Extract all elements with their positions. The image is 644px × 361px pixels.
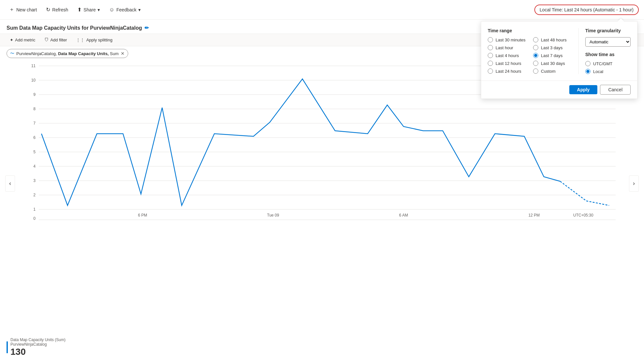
toolbar-left: ＋ New chart ↻ Refresh ⬆ Share ▾ ☺ Feedba… (5, 4, 145, 15)
svg-text:0: 0 (33, 216, 36, 220)
share-button[interactable]: ⬆ Share ▾ (73, 5, 104, 15)
time-range-button[interactable]: Local Time: Last 24 hours (Automatic - 1… (534, 5, 639, 15)
add-metric-button[interactable]: ✦ Add metric (7, 36, 38, 44)
legend-item: Data Map Capacity Units (Sum) PurviewNin… (7, 338, 637, 357)
label-last30days: Last 30 days (541, 61, 565, 66)
radio-item-last30days: Last 30 days (533, 61, 572, 66)
radio-item-last7days: Last 7 days (533, 53, 572, 58)
svg-text:8: 8 (33, 107, 36, 111)
feedback-chevron-icon: ▾ (138, 7, 141, 12)
share-chevron-icon: ▾ (98, 7, 100, 12)
legend-value: 130 (10, 347, 66, 357)
legend-title: Data Map Capacity Units (Sum) (10, 338, 66, 342)
filter-icon: ⛉ (44, 38, 49, 42)
radio-local[interactable] (585, 69, 590, 74)
radio-item-last12h: Last 12 hours (488, 61, 527, 66)
radio-lasthour[interactable] (488, 45, 493, 50)
share-icon: ⬆ (77, 7, 82, 13)
granularity-title: Time granularity (585, 28, 631, 33)
legend-subtitle: PurviewNinjaCatalog (10, 342, 66, 347)
panel-content: Time range Last 30 minutes Last 48 hours… (481, 22, 637, 81)
radio-last30min[interactable] (488, 37, 493, 42)
add-filter-label: Add filter (50, 38, 67, 42)
panel-arrow (618, 18, 624, 22)
legend-color (7, 341, 8, 353)
label-utcgmt: UTC/GMT (593, 61, 612, 66)
add-metric-label: Add metric (15, 38, 35, 42)
feedback-icon: ☺ (109, 7, 114, 13)
add-filter-button[interactable]: ⛉ Add filter (41, 36, 70, 44)
apply-splitting-label: Apply splitting (86, 38, 112, 42)
time-range-title: Time range (488, 28, 572, 33)
chart-title: Sum Data Map Capacity Units for PurviewN… (7, 25, 142, 31)
chart-nav-right[interactable]: › (629, 175, 639, 192)
refresh-button[interactable]: ↻ Refresh (42, 5, 72, 15)
chart-nav-left[interactable]: ‹ (5, 175, 15, 192)
radio-last3days[interactable] (533, 45, 538, 50)
radio-item-utc: UTC/GMT (585, 61, 631, 66)
radio-item-lasthour: Last hour (488, 45, 527, 50)
apply-button[interactable]: Apply (569, 85, 598, 94)
edit-icon[interactable]: ✏ (145, 25, 149, 31)
new-chart-button[interactable]: ＋ New chart (5, 4, 41, 15)
metric-tag-close[interactable]: ✕ (121, 51, 125, 56)
svg-text:9: 9 (33, 92, 36, 97)
radio-custom[interactable] (533, 68, 538, 74)
metric-tag: 〜 PurviewNinjaCatalog, Data Map Capacity… (7, 49, 128, 58)
label-last4hours: Last 4 hours (496, 53, 519, 58)
label-last48hours: Last 48 hours (541, 38, 567, 42)
radio-last7days[interactable] (533, 53, 538, 58)
cancel-button[interactable]: Cancel (600, 85, 631, 95)
label-last12hours: Last 12 hours (496, 61, 521, 66)
radio-item-last24h: Last 24 hours (488, 68, 527, 74)
label-last3days: Last 3 days (541, 45, 563, 50)
radio-last48hours[interactable] (533, 37, 538, 42)
svg-text:6 PM: 6 PM (138, 213, 147, 218)
svg-text:1: 1 (33, 207, 36, 212)
radio-item-last3days: Last 3 days (533, 45, 572, 50)
svg-text:10: 10 (31, 78, 36, 83)
radio-last12hours[interactable] (488, 61, 493, 66)
radio-last30days[interactable] (533, 61, 538, 66)
main-toolbar: ＋ New chart ↻ Refresh ⬆ Share ▾ ☺ Feedba… (0, 0, 644, 20)
svg-text:6 AM: 6 AM (399, 213, 408, 218)
time-range-section: Time range Last 30 minutes Last 48 hours… (488, 28, 572, 74)
legend-info: Data Map Capacity Units (Sum) PurviewNin… (10, 338, 66, 357)
time-range-panel: Time range Last 30 minutes Last 48 hours… (481, 21, 637, 99)
label-local: Local (593, 69, 603, 74)
add-metric-icon: ✦ (10, 38, 13, 42)
label-custom: Custom (541, 69, 556, 74)
radio-item-last30min: Last 30 minutes (488, 37, 527, 42)
time-range-label: Local Time: Last 24 hours (Automatic - 1… (540, 7, 634, 12)
radio-item-last4h: Last 4 hours (488, 53, 527, 58)
radio-item-last48h: Last 48 hours (533, 37, 572, 42)
splitting-icon: ⋮⋮ (76, 38, 84, 42)
svg-text:5: 5 (33, 150, 36, 154)
plus-icon: ＋ (9, 6, 14, 13)
feedback-button[interactable]: ☺ Feedback ▾ (105, 5, 145, 15)
radio-last4hours[interactable] (488, 53, 493, 58)
svg-text:UTC+05:30: UTC+05:30 (573, 213, 593, 218)
chart-legend: Data Map Capacity Units (Sum) PurviewNin… (0, 334, 644, 361)
svg-text:3: 3 (33, 178, 36, 183)
metric-tag-text: PurviewNinjaCatalog, Data Map Capacity U… (16, 51, 119, 56)
panel-footer: Apply Cancel (481, 81, 637, 98)
svg-text:12 PM: 12 PM (529, 213, 540, 218)
show-time-as-section: Show time as UTC/GMT Local (585, 52, 631, 74)
granularity-select[interactable]: Automatic 1 minute 5 minutes 15 minutes … (585, 37, 631, 47)
radio-last24hours[interactable] (488, 68, 493, 74)
radio-item-custom: Custom (533, 68, 572, 74)
svg-text:Tue 09: Tue 09 (267, 213, 279, 218)
new-chart-label: New chart (16, 7, 37, 12)
label-last7days: Last 7 days (541, 53, 563, 58)
apply-splitting-button[interactable]: ⋮⋮ Apply splitting (73, 36, 115, 44)
svg-text:4: 4 (33, 164, 36, 169)
radio-utcgmt[interactable] (585, 61, 590, 66)
radio-item-local: Local (585, 69, 631, 74)
label-last30min: Last 30 minutes (496, 38, 526, 42)
show-time-as-title: Show time as (585, 52, 631, 57)
refresh-icon: ↻ (46, 7, 50, 13)
refresh-label: Refresh (52, 7, 68, 12)
label-last24hours: Last 24 hours (496, 69, 521, 74)
svg-text:2: 2 (33, 193, 36, 197)
